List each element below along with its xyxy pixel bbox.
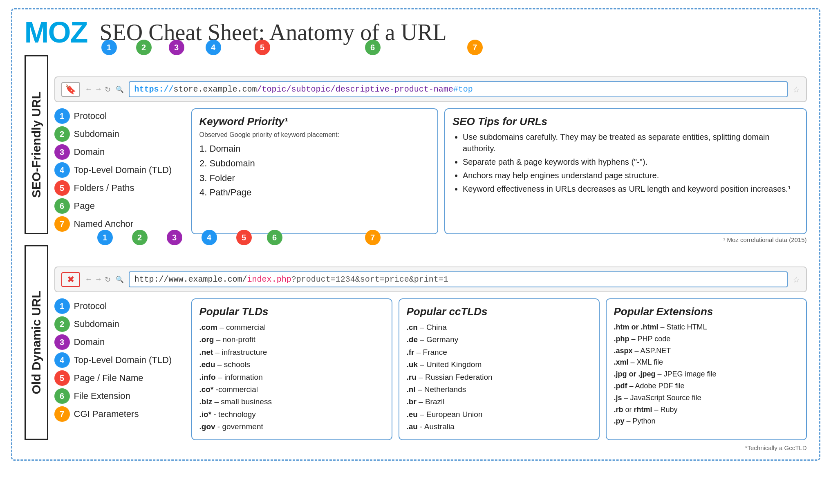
cctlds-list: .cn – China .de – Germany .fr – France .… [407, 321, 591, 433]
seo-item-4-label: Top-Level Domain (TLD) [74, 165, 172, 175]
reload-button[interactable]: ↻ [105, 85, 111, 94]
badge-1: 1 [54, 108, 70, 124]
dyn-item-3: 3Domain [54, 334, 185, 350]
seo-main-content: 1Protocol 2Subdomain 3Domain 4Top-Level … [54, 108, 807, 234]
dyn-favorite-icon[interactable]: ☆ [793, 275, 800, 284]
moz-logo: MOZ [25, 18, 87, 47]
dynamic-items-list: 1Protocol 2Subdomain 3Domain 4Top-Level … [54, 298, 185, 440]
seo-badge-6: 6 [365, 40, 381, 55]
badge-5: 5 [54, 180, 70, 196]
dynamic-browser-bar: ✖ ← → ↻ 🔍 http://www.example.com/index.p… [54, 267, 807, 292]
url-domain-name: example [203, 85, 237, 94]
url-dot4: . [223, 275, 228, 284]
seo-section: SEO-Friendly URL 1 2 3 [25, 55, 807, 234]
seo-item-6-label: Page [74, 201, 95, 211]
seo-tips-title: SEO Tips for URLs [452, 115, 799, 128]
seo-item-5: 5Folders / Paths [54, 180, 185, 196]
seo-label: SEO-Friendly URL [25, 55, 48, 234]
seo-item-4: 4Top-Level Domain (TLD) [54, 162, 185, 178]
dynamic-label: Old Dynamic URL [25, 245, 48, 440]
badge-2: 2 [54, 126, 70, 142]
tip-3: Anchors may help engines understand page… [463, 170, 799, 181]
dyn-badge-4: 4 [202, 230, 217, 245]
url-anchor: #top [453, 85, 473, 94]
dynamic-info-boxes: Popular TLDs .com – commercial .org – no… [191, 298, 807, 440]
badge-3: 3 [54, 144, 70, 160]
kp-item-3: Folder [210, 172, 430, 185]
seo-url-bar[interactable]: https://store.example.com/topic/subtopic… [129, 81, 788, 97]
dyn-forward-button[interactable]: → [95, 275, 102, 284]
dyn-item-1: 1Protocol [54, 298, 185, 314]
dyn-item-7-label: CGI Parameters [74, 409, 139, 419]
dyn-item-4-label: Top-Level Domain (TLD) [74, 355, 172, 365]
dynamic-browser-nav: ← → ↻ [85, 275, 111, 284]
tip-2: Separate path & page keywords with hyphe… [463, 156, 799, 168]
url-php: .php [272, 275, 291, 284]
badge-6: 6 [54, 198, 70, 214]
badge-4: 4 [54, 162, 70, 178]
seo-tips-box: SEO Tips for URLs Use subdomains careful… [444, 108, 807, 234]
dyn-badge-5: 5 [236, 230, 252, 245]
url-query: ?product=1234&sort=price&print=1 [291, 275, 448, 284]
seo-item-6: 6Page [54, 198, 185, 214]
dyn-reload-button[interactable]: ↻ [105, 275, 111, 284]
dyn-badge-item-7: 7 [54, 406, 70, 422]
url-slash: / [242, 275, 247, 284]
url-tld: com [242, 85, 257, 94]
url-dot2: . [237, 85, 242, 94]
dyn-badge-6: 6 [267, 230, 282, 245]
dyn-item-6: 6File Extension [54, 388, 185, 404]
dynamic-section-inner: 1 2 3 4 5 6 [48, 245, 807, 440]
search-icon: 🔍 [116, 85, 124, 93]
keyword-priority-subtitle: Observed Google priority of keyword plac… [199, 131, 430, 139]
url-dot3: . [184, 275, 188, 284]
url-domain2: example [188, 275, 223, 284]
seo-browser-bar: 🔖 ← → ↻ 🔍 https://store.example.com/topi… [54, 76, 807, 102]
bottom-note: *Technically a GccTLD [25, 444, 807, 451]
url-index: index [247, 275, 272, 284]
dyn-badge-2: 2 [132, 230, 148, 245]
seo-item-2: 2Subdomain [54, 126, 185, 142]
seo-item-3: 3Domain [54, 144, 185, 160]
keyword-priority-box: Keyword Priority¹ Observed Google priori… [191, 108, 438, 234]
seo-section-inner: 1 2 3 4 5 [48, 55, 807, 234]
dyn-badge-3: 3 [167, 230, 182, 245]
main-container: MOZ SEO Cheat Sheet: Anatomy of a URL SE… [11, 8, 820, 461]
dynamic-url-bar[interactable]: http://www.example.com/index.php?product… [129, 271, 788, 287]
dyn-badge-item-4: 4 [54, 352, 70, 368]
seo-badge-7: 7 [467, 40, 483, 55]
dyn-item-5-label: Page / File Name [74, 373, 143, 383]
dyn-badge-1: 1 [97, 230, 113, 245]
url-https: https:// [134, 85, 174, 94]
cctlds-box: Popular ccTLDs .cn – China .de – Germany… [399, 298, 600, 440]
seo-badge-5: 5 [255, 40, 270, 55]
dyn-badge-item-6: 6 [54, 388, 70, 404]
dyn-item-2: 2Subdomain [54, 316, 185, 332]
seo-item-2-label: Subdomain [74, 129, 119, 139]
seo-items-list: 1Protocol 2Subdomain 3Domain 4Top-Level … [54, 108, 185, 234]
dynamic-section: Old Dynamic URL 1 2 3 4 [25, 245, 807, 440]
dyn-badge-item-2: 2 [54, 316, 70, 332]
dyn-badge-7: 7 [365, 230, 381, 245]
extensions-list: .htm or .html – Static HTML .php – PHP c… [614, 321, 799, 427]
dyn-item-4: 4Top-Level Domain (TLD) [54, 352, 185, 368]
extensions-title: Popular Extensions [614, 305, 799, 318]
url-dot1: . [198, 85, 203, 94]
back-button[interactable]: ← [85, 85, 92, 94]
favorite-icon[interactable]: ☆ [793, 85, 800, 94]
seo-item-1-label: Protocol [74, 111, 107, 121]
extensions-box: Popular Extensions .htm or .html – Stati… [606, 298, 807, 440]
kp-item-2: Subdomain [210, 157, 430, 170]
seo-item-7: 7Named Anchor [54, 216, 185, 232]
dyn-item-3-label: Domain [74, 337, 105, 347]
seo-item-3-label: Domain [74, 147, 105, 157]
dyn-badge-item-3: 3 [54, 334, 70, 350]
dyn-back-button[interactable]: ← [85, 275, 92, 284]
forward-button[interactable]: → [95, 85, 102, 94]
url-http: http:// [134, 275, 169, 284]
seo-badge-3: 3 [169, 40, 184, 55]
dyn-badge-item-1: 1 [54, 298, 70, 314]
browser-nav: ← → ↻ [85, 85, 111, 94]
tlds-box: Popular TLDs .com – commercial .org – no… [191, 298, 392, 440]
url-path: /topic/subtopic/descriptive-product-name [257, 85, 453, 94]
